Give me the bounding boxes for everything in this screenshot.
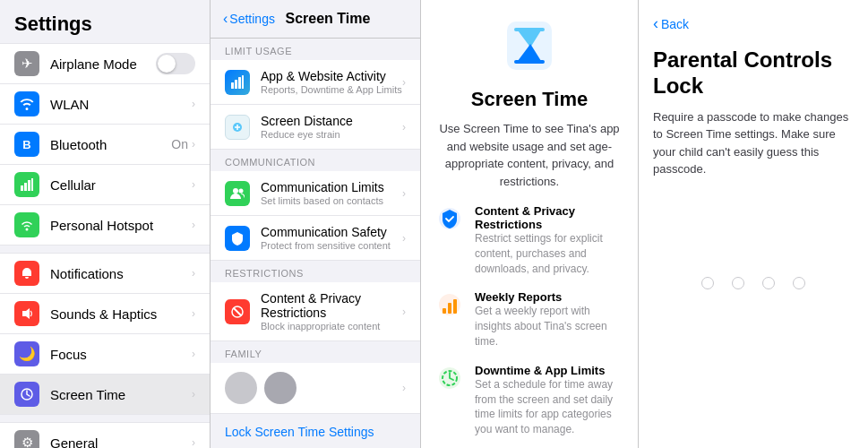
- screentime-intro-top: Screen Time Use Screen Time to see Tina'…: [421, 0, 638, 204]
- screentime-back[interactable]: ‹ Settings: [223, 11, 275, 27]
- svg-rect-19: [238, 77, 241, 89]
- screentime-intro-panel: Screen Time Use Screen Time to see Tina'…: [421, 0, 639, 448]
- screen-distance-icon: [225, 115, 250, 140]
- sounds-chevron: ›: [192, 307, 195, 320]
- settings-item-wlan[interactable]: WLAN ›: [0, 84, 210, 125]
- feature-weekly-reports: Weekly Reports Get a weekly report with …: [435, 290, 623, 349]
- settings-item-sounds[interactable]: Sounds & Haptics ›: [0, 294, 210, 334]
- family-chevron: ›: [402, 382, 406, 394]
- screentime-chevron: ›: [192, 388, 195, 401]
- svg-rect-0: [21, 185, 23, 191]
- focus-chevron: ›: [192, 348, 195, 360]
- svg-rect-17: [231, 82, 234, 89]
- family-header: FAMILY: [211, 341, 420, 363]
- weekly-reports-title: Weekly Reports: [475, 290, 623, 304]
- privacy-item[interactable]: Content & Privacy Restrictions Block ina…: [211, 282, 420, 341]
- comm-limits-subtitle: Set limits based on contacts: [261, 195, 402, 206]
- bluetooth-icon: B: [14, 132, 39, 157]
- privacy-chevron: ›: [402, 306, 406, 318]
- passcode-dot-3[interactable]: [762, 277, 775, 289]
- downtime-title: Downtime & App Limits: [475, 364, 623, 377]
- settings-label-cellular: Cellular: [50, 177, 192, 193]
- airplane-icon: ✈: [14, 51, 39, 76]
- passcode-input[interactable]: [653, 277, 854, 289]
- svg-line-25: [234, 308, 241, 315]
- screen-distance-subtitle: Reduce eye strain: [261, 129, 402, 140]
- general-chevron: ›: [192, 436, 195, 448]
- screen-distance-item[interactable]: Screen Distance Reduce eye strain ›: [211, 105, 420, 150]
- feature-content-privacy: Content & Privacy Restrictions Restrict …: [435, 204, 623, 276]
- general-icon: ⚙: [14, 430, 39, 448]
- screentime-header: ‹ Settings Screen Time: [211, 0, 420, 39]
- family-avatar-1: [225, 372, 257, 404]
- content-privacy-desc: Restrict settings for explicit content, …: [475, 231, 623, 276]
- svg-rect-3: [31, 178, 33, 191]
- app-activity-chevron: ›: [402, 76, 406, 89]
- wlan-chevron: ›: [192, 98, 195, 110]
- settings-item-notifications[interactable]: Notifications ›: [0, 253, 210, 294]
- content-privacy-icon: [435, 204, 464, 233]
- weekly-reports-text: Weekly Reports Get a weekly report with …: [475, 290, 623, 349]
- downtime-desc: Set a schedule for time away from the sc…: [475, 377, 623, 437]
- settings-label-focus: Focus: [50, 347, 192, 362]
- settings-title: Settings: [0, 0, 210, 43]
- content-privacy-title: Content & Privacy Restrictions: [475, 204, 623, 231]
- svg-point-22: [233, 188, 238, 194]
- passcode-dot-2[interactable]: [732, 277, 744, 289]
- app-activity-title: App & Website Activity: [261, 69, 402, 83]
- hotspot-chevron: ›: [192, 219, 195, 231]
- notifications-group: Notifications › Sounds & Haptics › 🌙 Foc…: [0, 253, 210, 415]
- comm-limits-title: Communication Limits: [261, 180, 402, 194]
- communication-header: COMMUNICATION: [211, 150, 420, 171]
- settings-item-cellular[interactable]: Cellular ›: [0, 165, 210, 205]
- comm-safety-chevron: ›: [402, 232, 406, 245]
- comm-limits-item[interactable]: Communication Limits Set limits based on…: [211, 171, 420, 216]
- passcode-dot-1[interactable]: [701, 277, 714, 289]
- svg-point-23: [239, 188, 244, 193]
- svg-rect-33: [453, 299, 457, 314]
- family-item[interactable]: ›: [211, 363, 420, 414]
- settings-item-screentime[interactable]: Screen Time ›: [0, 375, 210, 415]
- bluetooth-chevron: ›: [192, 138, 195, 151]
- screentime-features: Content & Privacy Restrictions Restrict …: [421, 204, 638, 448]
- bluetooth-value: On: [171, 137, 188, 151]
- settings-item-general[interactable]: ⚙ General ›: [0, 422, 210, 448]
- comm-safety-title: Communication Safety: [261, 225, 402, 239]
- notifications-chevron: ›: [192, 267, 195, 280]
- lock-link[interactable]: Lock Screen Time Settings: [211, 414, 420, 443]
- privacy-icon: [225, 299, 250, 324]
- svg-rect-28: [514, 60, 545, 64]
- content-privacy-text: Content & Privacy Restrictions Restrict …: [475, 204, 623, 276]
- comm-safety-subtitle: Protect from sensitive content: [261, 240, 402, 251]
- privacy-subtitle: Block inappropriate content: [261, 321, 402, 332]
- parental-back-label: Back: [661, 17, 689, 31]
- svg-rect-18: [235, 80, 237, 89]
- settings-label-general: General: [50, 435, 192, 449]
- hourglass-graphic: [498, 14, 561, 77]
- focus-icon: 🌙: [14, 341, 39, 366]
- svg-rect-1: [24, 183, 27, 191]
- app-activity-item[interactable]: App & Website Activity Reports, Downtime…: [211, 60, 420, 105]
- downtime-text: Downtime & App Limits Set a schedule for…: [475, 364, 623, 437]
- notifications-icon: [14, 261, 39, 286]
- settings-item-focus[interactable]: 🌙 Focus ›: [0, 334, 210, 375]
- network-group: ✈ Airplane Mode WLAN › B Bluetooth On ›: [0, 43, 210, 246]
- cellular-icon: [14, 172, 39, 197]
- sounds-icon: [14, 301, 39, 326]
- system-group: ⚙ General › Control Center › ☀ Display &…: [0, 422, 210, 448]
- feature-downtime: Downtime & App Limits Set a schedule for…: [435, 364, 623, 437]
- cellular-chevron: ›: [192, 178, 195, 191]
- downtime-icon: [435, 364, 464, 392]
- parental-back-chevron-icon: ‹: [653, 14, 658, 33]
- comm-safety-item[interactable]: Communication Safety Protect from sensit…: [211, 216, 420, 261]
- screentime-scroll: LIMIT USAGE App & Website Activity Repor…: [211, 39, 420, 445]
- screentime-intro-title: Screen Time: [471, 88, 588, 111]
- airplane-toggle[interactable]: [156, 53, 195, 74]
- svg-rect-27: [514, 28, 545, 31]
- passcode-dot-4[interactable]: [793, 277, 805, 289]
- settings-item-airplane[interactable]: ✈ Airplane Mode: [0, 43, 210, 84]
- settings-item-hotspot[interactable]: Personal Hotspot ›: [0, 205, 210, 246]
- screentime-panel: ‹ Settings Screen Time LIMIT USAGE App &…: [211, 0, 421, 448]
- settings-item-bluetooth[interactable]: B Bluetooth On ›: [0, 125, 210, 165]
- parental-back[interactable]: ‹ Back: [653, 14, 854, 33]
